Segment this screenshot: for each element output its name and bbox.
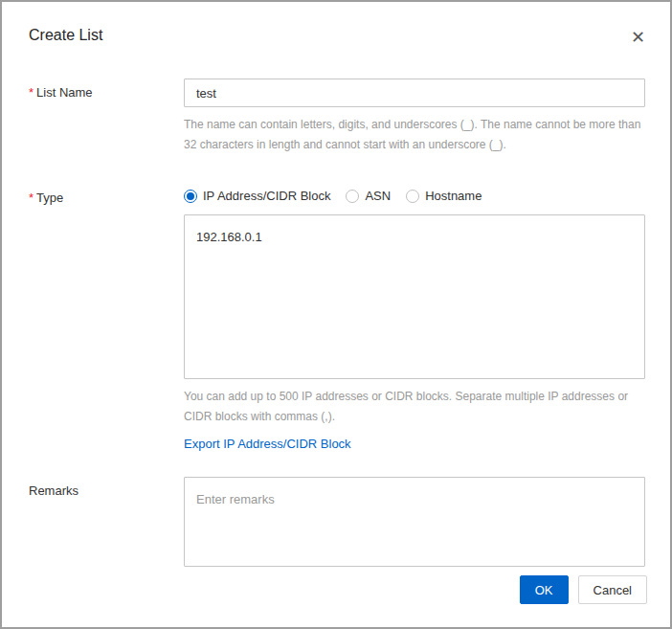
radio-hostname[interactable]: Hostname [406,189,482,203]
radio-label: Hostname [425,189,482,203]
radio-label: IP Address/CIDR Block [203,189,330,203]
required-asterisk: * [29,191,34,205]
radio-asn[interactable]: ASN [346,189,391,203]
type-radio-group: IP Address/CIDR Block ASN Hostname [184,184,645,203]
type-row: *Type IP Address/CIDR Block ASN Hostname… [2,184,670,452]
radio-unselected-icon [346,190,359,203]
list-name-input[interactable] [184,79,645,107]
ok-button[interactable]: OK [520,575,569,604]
type-label-text: Type [36,191,63,205]
remarks-row: Remarks [2,477,670,567]
radio-selected-icon [184,190,197,203]
radio-unselected-icon [406,190,419,203]
type-control: IP Address/CIDR Block ASN Hostname 192.1… [184,184,645,452]
create-list-dialog: Create List ✕ *List Name The name can co… [0,0,672,629]
remarks-textarea[interactable] [184,477,645,567]
radio-ip-address-cidr-block[interactable]: IP Address/CIDR Block [184,189,330,203]
type-label: *Type [29,184,184,452]
list-name-label: *List Name [29,79,184,155]
export-ip-cidr-link[interactable]: Export IP Address/CIDR Block [184,437,351,451]
ip-cidr-textarea[interactable]: 192.168.0.1 [184,214,645,379]
remarks-label: Remarks [29,477,184,567]
ip-cidr-help: You can add up to 500 IP addresses or CI… [184,387,645,427]
remarks-control [184,477,645,567]
remarks-label-text: Remarks [29,483,78,498]
dialog-header: Create List ✕ [2,2,670,48]
radio-label: ASN [365,189,391,203]
close-icon[interactable]: ✕ [627,27,649,48]
list-name-row: *List Name The name can contain letters,… [2,79,670,155]
dialog-footer: OK Cancel [520,575,647,604]
required-asterisk: * [29,85,34,100]
cancel-button[interactable]: Cancel [578,575,647,604]
list-name-help: The name can contain letters, digits, an… [184,115,645,155]
dialog-title: Create List [29,27,102,44]
list-name-label-text: List Name [36,85,93,100]
list-name-control: The name can contain letters, digits, an… [184,79,645,155]
